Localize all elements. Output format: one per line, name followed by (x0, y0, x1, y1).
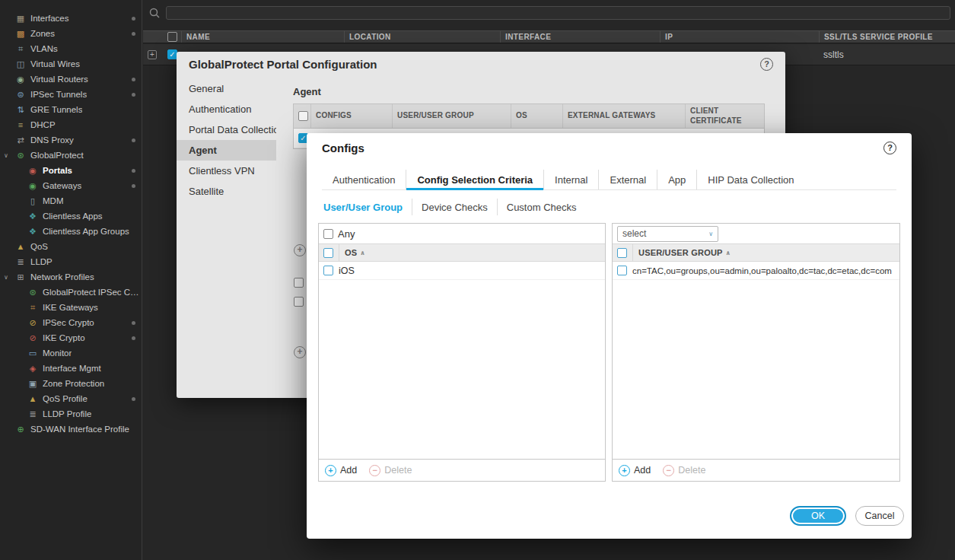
sidebar-item-dhcp[interactable]: ≡DHCP (0, 117, 142, 132)
sidebar-item-label: DHCP (30, 120, 56, 129)
virtual-routers-icon: ◉ (15, 75, 26, 84)
help-icon[interactable]: ? (883, 142, 896, 154)
subtab-custom-checks[interactable]: Custom Checks (497, 199, 586, 215)
sidebar-item-monitor[interactable]: ▭Monitor (0, 345, 142, 361)
ipsec-crypto-icon: ⊘ (27, 318, 38, 328)
tab-external[interactable]: External (598, 170, 657, 189)
portal-nav-portal-data-collectio[interactable]: Portal Data Collectio (177, 119, 276, 140)
cancel-button[interactable]: Cancel (855, 506, 904, 526)
portal-nav-clientless-vpn[interactable]: Clientless VPN (177, 161, 276, 181)
search-input[interactable] (166, 6, 950, 20)
sidebar-item-qos-profile[interactable]: ▲QoS Profile (0, 391, 142, 406)
sidebar-item-ipsec-tunnels[interactable]: ⊜IPSec Tunnels (0, 87, 142, 102)
portal-nav-general[interactable]: General (177, 78, 276, 99)
sidebar-item-interface-mgmt[interactable]: ◈Interface Mgmt (0, 361, 142, 376)
sidebar-item-sd-wan-interface-profile[interactable]: ⊕SD-WAN Interface Profile (0, 422, 142, 437)
configs-dialog: Configs ? AuthenticationConfig Selection… (307, 133, 912, 539)
user-group-select[interactable]: select ∨ (617, 226, 718, 242)
sidebar-item-virtual-routers[interactable]: ◉Virtual Routers (0, 72, 142, 87)
column-header-name[interactable]: NAME (181, 31, 344, 43)
sidebar-item-qos[interactable]: ▲QoS (0, 239, 142, 254)
column-header-client-certificate[interactable]: CLIENT CERTIFICATE (685, 104, 764, 128)
sidebar-item-label: Monitor (43, 348, 72, 358)
tab-hip-data-collection[interactable]: HIP Data Collection (696, 170, 804, 189)
search-icon (148, 6, 161, 20)
sdwan-interface-profile-icon: ⊕ (15, 425, 26, 434)
add-button[interactable]: + (294, 346, 306, 358)
agent-select-all-checkbox[interactable] (298, 111, 308, 121)
sidebar-item-label: Virtual Wires (30, 59, 80, 68)
sidebar-item-ike-gateways[interactable]: ⌗IKE Gateways (0, 300, 142, 315)
tab-authentication[interactable]: Authentication (322, 170, 406, 189)
any-checkbox[interactable] (323, 229, 333, 239)
user-select-all-checkbox[interactable] (617, 248, 627, 258)
portal-nav-agent[interactable]: Agent (177, 140, 276, 161)
user-column-header[interactable]: USER/USER GROUP ∧ (633, 248, 731, 257)
sidebar-item-vlans[interactable]: ⌗VLANs (0, 41, 142, 56)
row-checkbox[interactable] (294, 278, 304, 288)
list-item[interactable]: iOS (319, 262, 605, 280)
sidebar-item-lldp-profile[interactable]: ≣LLDP Profile (0, 406, 142, 422)
sidebar-item-globalprotect-ipsec-crypto[interactable]: ⊛GlobalProtect IPSec Crypto (0, 285, 142, 300)
sidebar-item-gre-tunnels[interactable]: ⇅GRE Tunnels (0, 102, 142, 117)
os-column-header[interactable]: OS ∧ (339, 248, 365, 257)
select-all-checkbox[interactable] (167, 32, 177, 42)
sidebar-item-lldp[interactable]: ≣LLDP (0, 254, 142, 269)
column-header-interface[interactable]: INTERFACE (500, 31, 660, 43)
expand-row-icon[interactable]: + (148, 50, 157, 59)
os-panel-footer: + Add − Delete (319, 459, 605, 481)
sidebar-item-mdm[interactable]: ▯MDM (0, 193, 142, 208)
add-button[interactable]: + Add (619, 465, 651, 476)
sidebar-item-clientless-app-groups[interactable]: ❖Clientless App Groups (0, 224, 142, 239)
sidebar-item-label: Zones (30, 29, 55, 38)
column-header-external-gateways[interactable]: EXTERNAL GATEWAYS (562, 104, 685, 128)
tab-app[interactable]: App (657, 170, 696, 189)
subtab-user-user-group[interactable]: User/User Group (322, 199, 412, 215)
sidebar-item-virtual-wires[interactable]: ◫Virtual Wires (0, 56, 142, 72)
select-row: select ∨ (613, 224, 899, 243)
ok-button[interactable]: OK (790, 506, 846, 526)
sidebar-item-zones[interactable]: ▩Zones (0, 26, 142, 41)
sidebar-item-ike-crypto[interactable]: ⊘IKE Crypto (0, 330, 142, 345)
sort-asc-icon: ∧ (726, 250, 731, 256)
sidebar-item-network-profiles[interactable]: ∨⊞Network Profiles (0, 269, 142, 285)
sidebar-item-portals[interactable]: ◉Portals (0, 163, 142, 178)
os-table-header: OS ∧ (319, 243, 605, 262)
list-item[interactable]: cn=TAC,ou=groups,ou=admin,ou=paloalto,dc… (613, 262, 899, 280)
add-button[interactable]: + (294, 244, 306, 256)
tab-config-selection-criteria[interactable]: Config Selection Criteria (406, 170, 543, 189)
column-header-configs[interactable]: CONFIGS (310, 104, 392, 128)
row-checkbox[interactable] (323, 266, 333, 275)
add-button[interactable]: + Add (325, 465, 357, 476)
os-select-all-checkbox[interactable] (323, 248, 333, 258)
sidebar-item-gateways[interactable]: ◉Gateways (0, 178, 142, 193)
sidebar-item-clientless-apps[interactable]: ❖Clientless Apps (0, 208, 142, 224)
sidebar-item-zone-protection[interactable]: ▣Zone Protection (0, 376, 142, 391)
sidebar-item-ipsec-crypto[interactable]: ⊘IPSec Crypto (0, 315, 142, 330)
subtab-device-checks[interactable]: Device Checks (412, 199, 497, 215)
sidebar-item-interfaces[interactable]: ▦Interfaces (0, 11, 142, 26)
column-header-ssl-tls-service-profile[interactable]: SSL/TLS SERVICE PROFILE (819, 31, 955, 43)
subtab-bar: User/User GroupDevice ChecksCustom Check… (322, 199, 586, 215)
help-icon[interactable]: ? (760, 58, 773, 71)
user-table-header: USER/USER GROUP ∧ (613, 243, 899, 262)
sidebar-item-dns-proxy[interactable]: ⇄DNS Proxy (0, 132, 142, 148)
sort-asc-icon: ∧ (360, 250, 365, 256)
column-header-user-user-group[interactable]: USER/USER GROUP (392, 104, 511, 128)
row-checkbox[interactable] (617, 266, 627, 275)
column-header-ip[interactable]: IP (660, 31, 819, 43)
portal-nav-satellite[interactable]: Satellite (177, 181, 276, 202)
tab-internal[interactable]: Internal (543, 170, 598, 189)
delete-button[interactable]: − Delete (663, 465, 705, 476)
row-checkbox[interactable] (294, 297, 304, 307)
sidebar-item-label: Interfaces (30, 14, 69, 23)
portal-nav-authentication[interactable]: Authentication (177, 99, 276, 119)
delete-button[interactable]: − Delete (369, 465, 412, 476)
sidebar-item-label: Clientless App Groups (43, 227, 129, 236)
column-header-location[interactable]: LOCATION (344, 31, 500, 43)
column-header-os[interactable]: OS (511, 104, 562, 128)
status-dot (132, 17, 135, 21)
status-dot (132, 184, 135, 188)
clientless-app-groups-icon: ❖ (27, 227, 38, 237)
sidebar-item-globalprotect[interactable]: ∨⊛GlobalProtect (0, 148, 142, 163)
